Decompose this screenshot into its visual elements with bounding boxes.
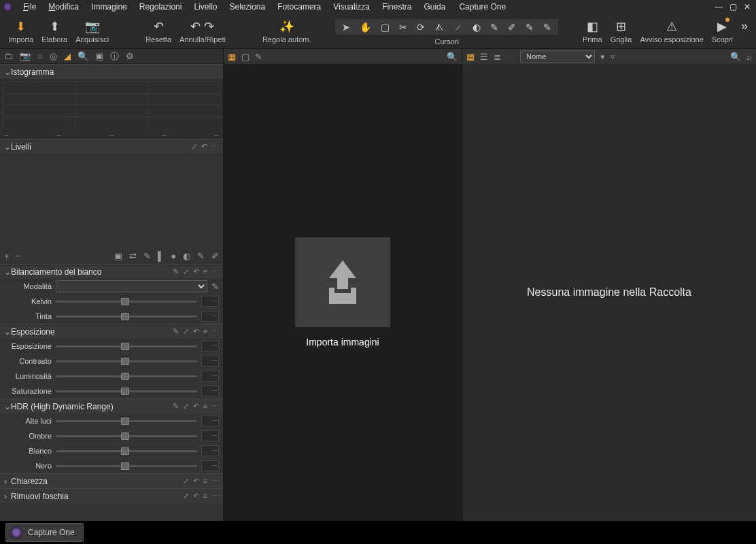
tab-library-icon[interactable]: 🗀	[4, 51, 13, 61]
edit-icon[interactable]: ✎	[173, 402, 179, 411]
remove-layer-icon[interactable]: −	[16, 251, 22, 261]
radial-icon[interactable]: ✐	[211, 251, 219, 261]
tab-exposure-icon[interactable]: ◢	[64, 51, 71, 61]
reset-panel-icon[interactable]: ↶	[193, 402, 199, 411]
tab-capture-icon[interactable]: 📷	[20, 51, 31, 61]
process-button[interactable]: ⬆Elabora	[37, 16, 71, 46]
contrast-value[interactable]: --	[201, 356, 219, 367]
brush-tool-icon[interactable]: ✎	[487, 22, 501, 33]
menu-guida[interactable]: Guida	[418, 1, 451, 13]
highlights-value[interactable]: --	[201, 415, 219, 426]
browser-list-icon[interactable]: ☰	[480, 52, 488, 62]
reset-panel-icon[interactable]: ↶	[201, 142, 207, 151]
loupe-tool-icon[interactable]: ▢	[378, 22, 392, 33]
gradient-icon[interactable]: ✎	[197, 251, 205, 261]
preset-icon[interactable]: ≡	[203, 327, 207, 336]
browser-grid-icon[interactable]: ▦	[466, 52, 475, 62]
more-icon[interactable]: ⋯	[211, 327, 219, 336]
menu-immagine[interactable]: Immagine	[86, 1, 133, 13]
heal-tool-icon[interactable]: ◐	[470, 22, 483, 33]
reset-panel-icon[interactable]: ↶	[193, 267, 199, 276]
menu-fotocamera[interactable]: Fotocamera	[272, 1, 326, 13]
menu-finestra[interactable]: Finestra	[377, 1, 417, 13]
reset-panel-icon[interactable]: ↶	[193, 492, 199, 500]
more-icon[interactable]: ⋯	[211, 402, 219, 411]
kelvin-value[interactable]: --	[201, 296, 219, 307]
menu-seleziona[interactable]: Seleziona	[224, 1, 271, 13]
sort-select[interactable]: Nome	[520, 50, 595, 63]
contrast-slider[interactable]	[56, 360, 197, 362]
eraser-icon[interactable]: ◐	[183, 251, 190, 261]
edit-icon[interactable]: ✎	[173, 267, 179, 276]
import-button[interactable]: ⬇Importa	[4, 16, 37, 46]
reset-button[interactable]: ↶Resetta	[141, 16, 175, 46]
taskbar-app-button[interactable]: Capture One	[5, 523, 84, 542]
panel-wb-head[interactable]: ⌄ Bilanciamento del bianco ✎⤢↶≡⋯	[0, 264, 223, 279]
menu-livello[interactable]: Livello	[188, 1, 222, 13]
reset-panel-icon[interactable]: ↶	[193, 477, 199, 486]
panel-histogram-head[interactable]: ⌄ Istogramma	[0, 64, 223, 79]
expand-icon[interactable]: ⤢	[183, 327, 189, 336]
rotate-tool-icon[interactable]: ⟳	[414, 22, 428, 33]
exposure-warning-button[interactable]: ⚠Avviso esposizione	[636, 16, 707, 46]
more-icon[interactable]: ⋯	[211, 492, 219, 500]
shadows-slider[interactable]	[56, 435, 197, 437]
grid-button[interactable]: ⊞Griglia	[606, 16, 636, 46]
expand-icon[interactable]: ⤢	[183, 492, 189, 500]
white-slider[interactable]	[56, 450, 197, 452]
discover-button[interactable]: ▶Scopri	[708, 16, 737, 46]
panel-hdr-head[interactable]: ⌄ HDR (High Dynamic Range) ✎⤢↶≡⋯	[0, 398, 223, 413]
menu-modifica[interactable]: Modifica	[43, 1, 84, 13]
black-slider[interactable]	[56, 465, 197, 467]
keystone-tool-icon[interactable]: ⩚	[432, 22, 447, 33]
search-icon[interactable]: 🔍	[730, 52, 741, 62]
preset-icon[interactable]: ≡	[203, 492, 207, 500]
view-grid-icon[interactable]: ▦	[228, 52, 236, 62]
before-after-button[interactable]: ◧Prima	[579, 16, 606, 46]
panel-dehaze-head[interactable]: › Rimuovi foschia ⤢↶≡⋯	[0, 488, 223, 503]
expand-icon[interactable]: ⤢	[191, 142, 197, 151]
maximize-icon[interactable]: ▢	[729, 2, 737, 12]
black-value[interactable]: --	[201, 460, 219, 471]
mask-invert-icon[interactable]: ⇄	[129, 251, 137, 261]
tab-output-icon[interactable]: ⚙	[126, 51, 134, 61]
panel-exposure-head[interactable]: ⌄ Esposizione ✎⤢↶≡⋯	[0, 324, 223, 339]
brightness-value[interactable]: --	[201, 371, 219, 381]
kelvin-slider[interactable]	[56, 301, 197, 303]
close-icon[interactable]: ✕	[744, 2, 751, 12]
eraser-tool-icon[interactable]: ✐	[505, 22, 519, 33]
toolbar-more[interactable]: »	[737, 16, 752, 46]
import-images-button[interactable]	[295, 237, 390, 327]
expand-icon[interactable]: ⤢	[183, 267, 189, 276]
exposure-slider[interactable]	[56, 345, 197, 347]
gradient-tool-icon[interactable]: ✎	[523, 22, 536, 33]
circle-icon[interactable]: ●	[171, 251, 176, 261]
preset-icon[interactable]: ≡	[203, 267, 207, 276]
menu-regolazioni[interactable]: Regolazioni	[134, 1, 188, 13]
more-icon[interactable]: ⋯	[211, 267, 219, 276]
select-tool-icon[interactable]: ➤	[339, 22, 353, 33]
edit-icon[interactable]: ✎	[173, 327, 179, 336]
brush-icon[interactable]: ✎	[143, 251, 151, 261]
view-single-icon[interactable]: ▢	[241, 52, 250, 62]
pan-tool-icon[interactable]: ✋	[357, 22, 374, 33]
tab-lens-icon[interactable]: ○	[37, 51, 43, 61]
more-icon[interactable]: ⋯	[211, 477, 219, 486]
shadows-value[interactable]: --	[201, 430, 219, 441]
panel-layers-head[interactable]: ⌄ Livelli ⤢↶⋯	[0, 139, 223, 154]
crop-tool-icon[interactable]: ✂	[396, 22, 410, 33]
highlights-slider[interactable]	[56, 420, 197, 422]
brightness-slider[interactable]	[56, 375, 197, 377]
zoom-icon[interactable]: ⌕	[746, 52, 752, 62]
search-icon[interactable]: 🔍	[447, 52, 458, 62]
menu-visualizza[interactable]: Visualizza	[328, 1, 375, 13]
expand-icon[interactable]: ⤢	[183, 402, 189, 411]
tint-value[interactable]: --	[201, 311, 219, 322]
tab-color-icon[interactable]: ◎	[50, 51, 57, 61]
preset-icon[interactable]: ≡	[203, 402, 207, 411]
spot-tool-icon[interactable]: ⟋	[451, 22, 466, 33]
panel-chiarezza-head[interactable]: › Chiarezza ⤢↶≡⋯	[0, 473, 223, 488]
expand-icon[interactable]: ⤢	[183, 477, 189, 486]
wb-picker-icon[interactable]: ✎	[211, 282, 219, 292]
view-picker-icon[interactable]: ✎	[255, 52, 262, 62]
